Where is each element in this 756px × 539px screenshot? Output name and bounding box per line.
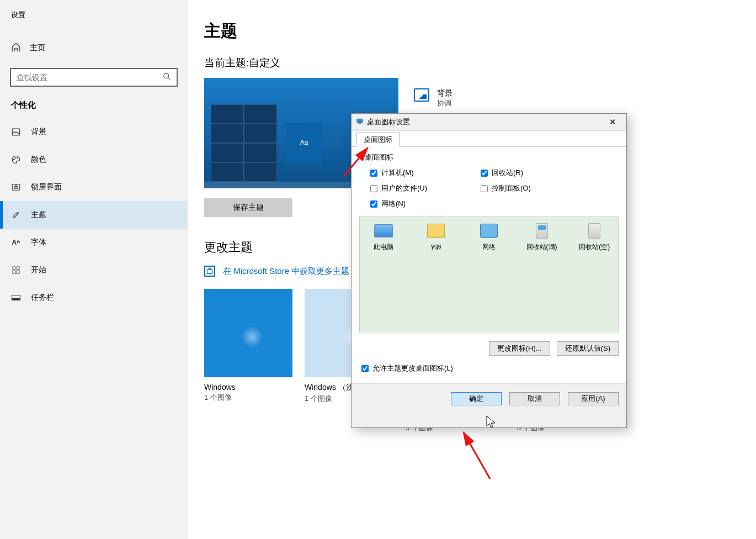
dialog-title: 桌面图标设置 — [367, 117, 410, 127]
search-box[interactable] — [10, 68, 178, 87]
apply-button[interactable]: 应用(A) — [568, 392, 619, 405]
tab-desktop-icons[interactable]: 桌面图标 — [356, 133, 400, 147]
svg-rect-10 — [17, 271, 19, 273]
icon-recycle-empty[interactable]: 回收站(空) — [578, 223, 610, 252]
group-label: 桌面图标 — [365, 152, 619, 162]
close-button[interactable]: ✕ — [605, 116, 621, 128]
app-title: 设置 — [0, 6, 188, 24]
home-label: 主页 — [30, 43, 45, 53]
svg-rect-8 — [17, 267, 19, 270]
lockscreen-icon — [11, 182, 21, 192]
sidebar-item-label: 主题 — [31, 210, 46, 220]
theme-sub: 1 个图像 — [204, 393, 292, 403]
bg-sub: 协调 — [437, 98, 452, 108]
save-theme-button[interactable]: 保存主题 — [204, 198, 292, 217]
section-label: 个性化 — [0, 97, 188, 118]
theme-title: Windows — [204, 383, 292, 392]
desktop-icon-settings-dialog: 桌面图标设置 ✕ 桌面图标 桌面图标 计算机(M) 回收站(R) 用户的文件(U… — [351, 113, 627, 428]
svg-rect-7 — [13, 267, 15, 270]
font-icon: AA — [11, 239, 21, 246]
palette-icon — [11, 155, 21, 165]
sidebar-item-label: 锁屏界面 — [31, 182, 62, 192]
checkbox-userfiles[interactable]: 用户的文件(U) — [370, 183, 481, 193]
svg-rect-14 — [359, 123, 361, 124]
picture-icon — [11, 127, 21, 137]
sidebar-item-label: 任务栏 — [31, 293, 54, 303]
svg-rect-6 — [15, 187, 18, 189]
taskbar-icon — [11, 294, 21, 302]
sidebar-item-label: 背景 — [31, 127, 46, 137]
search-icon — [163, 72, 171, 83]
settings-sidebar: 设置 主页 个性化 背景 颜色 锁屏界面 主题 — [0, 0, 188, 539]
store-icon — [204, 266, 215, 277]
brush-icon — [11, 210, 21, 220]
checkbox-allow-theme-change-icons[interactable]: 允许主题更改桌面图标(L) — [361, 363, 619, 373]
sidebar-item-fonts[interactable]: AA 字体 — [0, 229, 188, 256]
sidebar-item-themes[interactable]: 主题 — [0, 201, 188, 229]
sidebar-item-lockscreen[interactable]: 锁屏界面 — [0, 173, 188, 201]
svg-rect-9 — [13, 271, 15, 273]
checkbox-recyclebin[interactable]: 回收站(R) — [481, 168, 591, 178]
icon-user-folder[interactable]: yqs — [420, 223, 452, 250]
sidebar-item-taskbar[interactable]: 任务栏 — [0, 284, 188, 311]
svg-point-0 — [164, 73, 169, 78]
svg-rect-13 — [357, 119, 363, 123]
cancel-button[interactable]: 取消 — [509, 392, 560, 405]
page-title: 主题 — [204, 20, 756, 43]
svg-rect-12 — [12, 299, 20, 300]
restore-defaults-button[interactable]: 还原默认值(S) — [557, 341, 619, 356]
theme-card[interactable]: Windows 1 个图像 — [204, 289, 292, 404]
change-icon-button[interactable]: 更改图标(H)... — [489, 341, 550, 356]
current-theme-label: 当前主题:自定义 — [204, 56, 756, 70]
picture-icon — [414, 88, 429, 102]
svg-rect-1 — [12, 129, 20, 135]
dialog-titlebar[interactable]: 桌面图标设置 ✕ — [352, 114, 626, 130]
sidebar-home[interactable]: 主页 — [0, 34, 188, 61]
search-input[interactable] — [17, 73, 163, 82]
svg-rect-5 — [12, 184, 20, 191]
sidebar-item-label: 开始 — [31, 265, 46, 275]
sidebar-item-label: 字体 — [31, 237, 46, 247]
icon-this-pc[interactable]: 此电脑 — [368, 223, 400, 252]
svg-point-4 — [17, 157, 18, 158]
sidebar-item-start[interactable]: 开始 — [0, 256, 188, 284]
sidebar-item-colors[interactable]: 颜色 — [0, 146, 188, 173]
icon-network[interactable]: 网络 — [473, 223, 505, 252]
svg-point-2 — [14, 159, 15, 160]
monitor-icon — [356, 118, 364, 127]
background-setting-link[interactable]: 背景 协调 — [414, 88, 452, 108]
svg-point-3 — [15, 157, 16, 158]
checkbox-controlpanel[interactable]: 控制面板(O) — [481, 183, 591, 193]
dialog-tab-strip: 桌面图标 — [352, 130, 626, 147]
icon-recycle-full[interactable]: 回收站(满) — [526, 223, 558, 252]
ok-button[interactable]: 确定 — [451, 392, 502, 405]
bg-title: 背景 — [437, 88, 452, 98]
store-link-label: 在 Microsoft Store 中获取更多主题 — [223, 266, 349, 277]
grid-icon — [11, 266, 21, 274]
sample-window: Aa — [286, 123, 322, 162]
icon-preview-panel[interactable]: 此电脑 yqs 网络 回收站(满) 回收站(空) — [359, 216, 619, 332]
sidebar-item-label: 颜色 — [31, 155, 46, 165]
checkbox-computer[interactable]: 计算机(M) — [370, 168, 481, 178]
home-icon — [11, 42, 21, 54]
checkbox-network[interactable]: 网络(N) — [370, 199, 481, 209]
sidebar-item-background[interactable]: 背景 — [0, 118, 188, 146]
